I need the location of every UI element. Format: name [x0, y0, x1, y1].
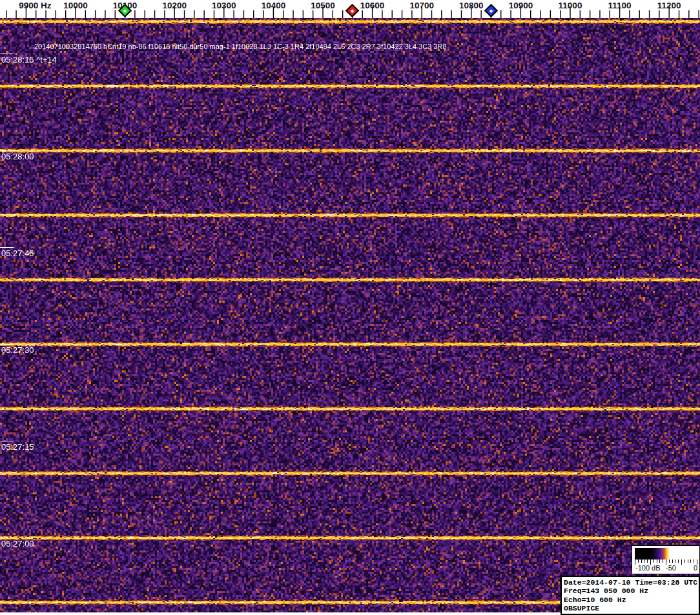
spectrogram-waterfall — [0, 18, 700, 612]
colorbar-gradient — [635, 548, 697, 560]
colorbar: -100 dB -50 0 — [632, 545, 700, 574]
freq-tick-label: 10900 — [509, 1, 533, 10]
colorbar-label-max: 0 — [694, 564, 697, 572]
time-label-text: 05:27:15 — [1, 442, 34, 452]
colorbar-tick — [678, 560, 679, 563]
time-tick-line — [0, 54, 14, 54]
freq-tick-label: 10700 — [409, 1, 434, 10]
time-label-text: 05:28:00 — [1, 152, 34, 161]
freq-tick-label: 11200 — [657, 1, 681, 10]
marker-diamond-red[interactable] — [346, 4, 359, 17]
detection-annotation: 20140710032814760 hCnt19 nb-86 f10616 hi… — [34, 43, 447, 50]
marker-center-dot — [351, 8, 355, 12]
info-line-station: OBSUPICE — [564, 604, 697, 612]
time-label-text: 05:28:15 ^t+14 — [1, 55, 57, 65]
colorbar-tick — [688, 560, 688, 563]
freq-tick-label: 10000 — [63, 1, 88, 10]
marker-center-dot — [489, 8, 493, 12]
colorbar-tick — [644, 560, 644, 563]
time-label-text: 05:27:00 — [1, 539, 34, 549]
freq-tick-label: 10600 — [360, 1, 385, 10]
freq-tick-label: 10400 — [262, 1, 286, 10]
freq-tick-label: 10200 — [162, 1, 187, 10]
marker-diamond-blue-shape — [484, 3, 498, 17]
marker-diamond-blue[interactable] — [484, 4, 497, 17]
colorbar-tick — [685, 560, 685, 563]
freq-tick-label: 10800 — [459, 1, 484, 10]
freq-tick-label: 9900 Hz — [19, 1, 52, 10]
time-tick-line — [0, 538, 14, 538]
colorbar-tick — [654, 560, 654, 563]
freq-tick-label: 10500 — [311, 1, 335, 10]
info-line-freq: Freq=143 050 000 Hz — [564, 587, 697, 595]
marker-diamond-green[interactable] — [119, 4, 132, 17]
freq-tick-label: 11000 — [559, 1, 582, 10]
time-tick-line — [0, 247, 14, 248]
marker-diamond-red-shape — [345, 3, 359, 17]
colorbar-label-mid: -50 — [666, 564, 676, 572]
colorbar-labels: -100 dB -50 0 — [632, 564, 699, 573]
time-tick-line — [0, 344, 14, 345]
time-tick-line — [0, 441, 14, 441]
colorbar-tick — [638, 560, 639, 563]
freq-tick-label: 10300 — [212, 1, 236, 10]
info-line-echo: Echo=10 600 Hz — [564, 596, 697, 604]
freq-tick-label: 11100 — [608, 1, 632, 10]
marker-diamond-green-shape — [118, 3, 132, 17]
colorbar-tick — [663, 560, 663, 563]
colorbar-tick — [672, 560, 673, 563]
colorbar-tick — [641, 560, 642, 563]
marker-center-dot — [123, 8, 127, 12]
time-label-text: 05:27:45 — [1, 248, 34, 258]
info-line-date: Date=2014-07-10 Time=03:28 UTC — [564, 578, 697, 587]
colorbar-tick — [657, 560, 657, 563]
colorbar-label-min: -100 dB — [635, 564, 661, 572]
time-label-text: 05:27:30 — [1, 345, 34, 355]
station-info-box: Date=2014-07-10 Time=03:28 UTC Freq=143 … — [561, 576, 700, 615]
spectrogram-app-window: 9900 Hz100001010010200103001040010500106… — [0, 0, 700, 615]
colorbar-tick — [690, 560, 691, 563]
colorbar-tick — [675, 560, 675, 563]
time-tick-line — [0, 150, 14, 151]
colorbar-tick — [694, 560, 694, 563]
colorbar-tick — [659, 560, 660, 563]
colorbar-tick — [669, 560, 670, 563]
colorbar-tick — [647, 560, 648, 563]
